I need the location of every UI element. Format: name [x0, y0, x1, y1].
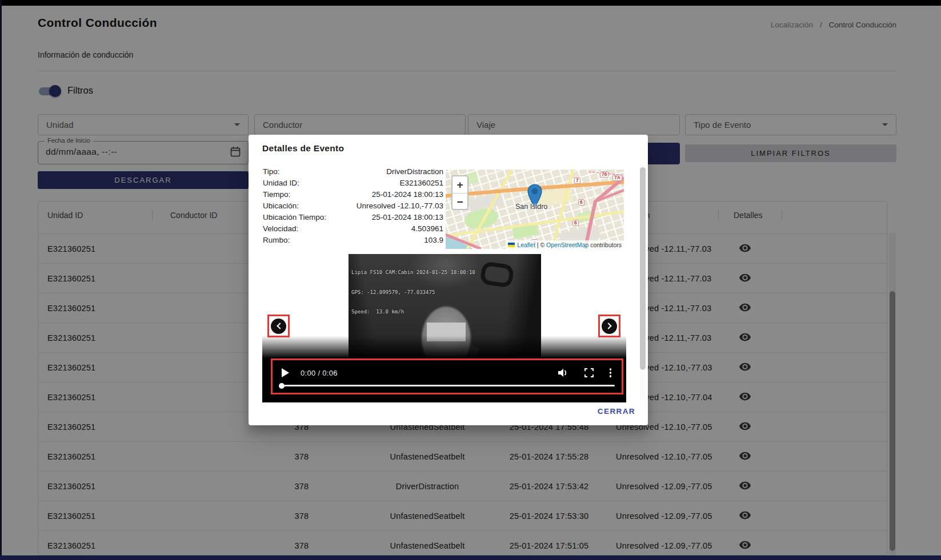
road-number-label: 7	[574, 178, 580, 184]
previous-event-button[interactable]	[267, 315, 290, 337]
chevron-right-icon	[602, 319, 617, 334]
detail-value: 25-01-2024 18:00:13	[372, 190, 443, 202]
detail-row: Tipo: DriverDistraction	[263, 167, 443, 179]
close-modal-button[interactable]: CERRAR	[594, 406, 639, 416]
detail-value: E321360251	[399, 179, 443, 190]
detail-row: Velocidad: 4.503961	[263, 224, 443, 236]
detail-label: Rumbo:	[263, 236, 290, 247]
video-progress-bar[interactable]	[279, 385, 615, 386]
detail-label: Velocidad:	[263, 224, 298, 236]
map-place-label: San Isidro	[515, 203, 547, 211]
video-time: 0:00 / 0:06	[301, 369, 338, 377]
video-progress-handle[interactable]	[279, 383, 285, 389]
detail-value: 4.503961	[411, 224, 443, 236]
detail-value: DriverDistraction	[386, 167, 443, 179]
detail-label: Unidad ID:	[263, 179, 299, 190]
detail-label: Tiempo:	[263, 190, 290, 202]
detail-row: Unidad ID: E321360251	[263, 179, 443, 190]
detail-value: Unresolved -12.10,-77.03	[357, 202, 443, 213]
zoom-in-button[interactable]: +	[453, 176, 467, 193]
detail-row: Tiempo: 25-01-2024 18:00:13	[263, 190, 443, 202]
detail-row: Ubicación Tiempo: 25-01-2024 18:00:13	[263, 213, 443, 224]
zoom-out-button[interactable]: −	[453, 194, 467, 210]
attribution-text: | ©	[535, 241, 546, 248]
next-event-button[interactable]	[598, 315, 620, 337]
map-attribution: Leaflet | © OpenStreetMap contributors	[506, 240, 624, 249]
detail-value: 25-01-2024 18:00:13	[372, 213, 443, 224]
map-zoom-control: + −	[451, 175, 469, 210]
video-overlay-text: Lipia FS10 CAM:Cabin 2024-01-25 18:00:10…	[351, 256, 475, 329]
road-number-label: 76	[600, 171, 608, 178]
detail-value: 103.9	[424, 236, 443, 247]
detail-label: Ubicación Tiempo:	[263, 213, 326, 224]
modal-scrollbar-thumb[interactable]	[640, 167, 646, 370]
play-button[interactable]	[282, 368, 289, 377]
attribution-text: contributors	[588, 241, 622, 248]
fullscreen-icon[interactable]	[584, 368, 594, 377]
chevron-left-icon	[271, 319, 286, 334]
ukraine-flag-icon	[508, 243, 515, 247]
page: Control Conducción Localización / Contro…	[0, 0, 941, 560]
detail-row: Ubicación: Unresolved -12.10,-77.03	[263, 202, 443, 213]
detail-row: Rumbo: 103.9	[263, 236, 443, 247]
road-number-label: 6	[578, 199, 584, 206]
volume-icon[interactable]	[557, 368, 568, 378]
video-overlay-line: GPS: -12.099579, -77.033475	[351, 289, 475, 296]
video-overlay-line: Speed: 13.0 km/h	[351, 309, 475, 316]
event-details-modal: Detalles de Evento Tipo: DriverDistracti…	[249, 135, 648, 425]
road-number-label: 6	[572, 220, 579, 226]
modal-title: Detalles de Evento	[262, 143, 344, 154]
detail-label: Ubicación:	[263, 202, 299, 213]
map[interactable]: 76 7A 7 6 6 4 San Isidro + − Leaflet | ©…	[446, 170, 624, 249]
leaflet-link[interactable]: Leaflet	[517, 241, 535, 248]
video-bottom-scrim	[262, 336, 626, 358]
video-overlay-line: Lipia FS10 CAM:Cabin 2024-01-25 18:00:10	[351, 269, 475, 276]
detail-label: Tipo:	[263, 167, 280, 179]
more-options-icon[interactable]	[610, 368, 612, 377]
road-number-label: 7A	[612, 175, 622, 181]
video-controls: 0:00 / 0:06	[271, 358, 623, 394]
openstreetmap-link[interactable]: OpenStreetMap	[546, 241, 588, 248]
